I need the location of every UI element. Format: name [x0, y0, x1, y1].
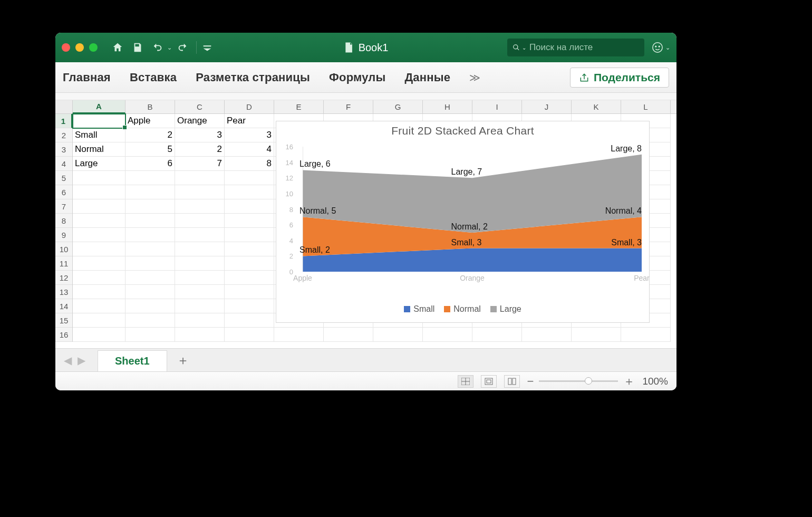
- zoom-slider[interactable]: − ＋: [527, 374, 635, 389]
- cell-A14[interactable]: [73, 299, 125, 313]
- zoom-in-button[interactable]: ＋: [623, 374, 635, 389]
- cell-A10[interactable]: [73, 242, 125, 256]
- cell-K16[interactable]: [572, 328, 621, 342]
- undo-dropdown-icon[interactable]: ⌄: [167, 44, 172, 51]
- search-input[interactable]: [529, 42, 639, 53]
- col-header-L[interactable]: L: [621, 100, 671, 113]
- row-header-1[interactable]: 1: [55, 114, 72, 128]
- cell-D6[interactable]: [225, 185, 274, 199]
- col-header-D[interactable]: D: [225, 100, 274, 113]
- cell-D10[interactable]: [225, 242, 274, 256]
- minimize-window-button[interactable]: [75, 43, 84, 52]
- tab-home[interactable]: Главная: [63, 71, 111, 84]
- share-button[interactable]: Поделиться: [570, 68, 669, 88]
- worksheet[interactable]: ABCDEFGHIJKL 12345678910111213141516 App…: [55, 100, 676, 348]
- close-window-button[interactable]: [62, 43, 70, 52]
- row-header-16[interactable]: 16: [55, 328, 72, 342]
- cell-B7[interactable]: [125, 199, 175, 214]
- cell-C2[interactable]: 3: [175, 128, 225, 142]
- cell-A9[interactable]: [73, 228, 125, 242]
- zoom-level[interactable]: 100%: [642, 376, 668, 387]
- row-header-10[interactable]: 10: [55, 242, 72, 256]
- cell-D8[interactable]: [225, 214, 274, 228]
- cell-A16[interactable]: [73, 328, 125, 342]
- tab-data[interactable]: Данные: [405, 71, 451, 84]
- cell-C16[interactable]: [175, 328, 225, 342]
- cell-D11[interactable]: [225, 256, 274, 271]
- cell-I16[interactable]: [472, 328, 522, 342]
- tab-page-layout[interactable]: Разметка страницы: [196, 71, 310, 84]
- row-header-6[interactable]: 6: [55, 185, 72, 199]
- cell-A3[interactable]: Normal: [73, 142, 125, 157]
- cell-C12[interactable]: [175, 271, 225, 285]
- cell-C5[interactable]: [175, 171, 225, 185]
- tab-insert[interactable]: Вставка: [130, 71, 177, 84]
- cell-B4[interactable]: 6: [125, 157, 175, 171]
- cell-A13[interactable]: [73, 285, 125, 299]
- cell-C4[interactable]: 7: [175, 157, 225, 171]
- cell-B12[interactable]: [125, 271, 175, 285]
- row-header-8[interactable]: 8: [55, 214, 72, 228]
- cell-D1[interactable]: Pear: [225, 114, 274, 128]
- embedded-chart[interactable]: Fruit 2D Stacked Area Chart 024681012141…: [276, 121, 650, 323]
- select-all-corner[interactable]: [55, 100, 73, 113]
- cell-E16[interactable]: [274, 328, 324, 342]
- customize-toolbar-icon[interactable]: [199, 39, 216, 56]
- more-tabs-button[interactable]: ≫: [469, 71, 480, 84]
- home-icon[interactable]: [109, 39, 126, 56]
- cell-C14[interactable]: [175, 299, 225, 313]
- cell-B5[interactable]: [125, 171, 175, 185]
- row-header-7[interactable]: 7: [55, 199, 72, 214]
- cell-B14[interactable]: [125, 299, 175, 313]
- row-header-12[interactable]: 12: [55, 271, 72, 285]
- cell-B16[interactable]: [125, 328, 175, 342]
- cell-A11[interactable]: [73, 256, 125, 271]
- cell-D16[interactable]: [225, 328, 274, 342]
- row-header-13[interactable]: 13: [55, 285, 72, 299]
- view-normal-button[interactable]: [458, 375, 473, 388]
- col-header-C[interactable]: C: [175, 100, 225, 113]
- row-header-2[interactable]: 2: [55, 128, 72, 142]
- row-header-14[interactable]: 14: [55, 299, 72, 313]
- cell-A6[interactable]: [73, 185, 125, 199]
- zoom-out-button[interactable]: −: [527, 375, 534, 388]
- cell-A2[interactable]: Small: [73, 128, 125, 142]
- cell-A8[interactable]: [73, 214, 125, 228]
- feedback-button[interactable]: ⌄: [652, 42, 670, 53]
- undo-icon[interactable]: [149, 39, 166, 56]
- cell-D5[interactable]: [225, 171, 274, 185]
- cell-C11[interactable]: [175, 256, 225, 271]
- cell-C8[interactable]: [175, 214, 225, 228]
- row-header-4[interactable]: 4: [55, 157, 72, 171]
- col-header-H[interactable]: H: [423, 100, 472, 113]
- tab-formulas[interactable]: Формулы: [329, 71, 385, 84]
- cell-F16[interactable]: [324, 328, 373, 342]
- cell-L16[interactable]: [621, 328, 671, 342]
- zoom-track[interactable]: [539, 380, 618, 382]
- cell-B15[interactable]: [125, 313, 175, 328]
- cell-B3[interactable]: 5: [125, 142, 175, 157]
- view-page-break-button[interactable]: [504, 375, 520, 388]
- cell-A7[interactable]: [73, 199, 125, 214]
- cell-C6[interactable]: [175, 185, 225, 199]
- cell-B1[interactable]: Apple: [125, 114, 175, 128]
- search-dropdown-icon[interactable]: ⌄: [522, 45, 526, 51]
- cell-D3[interactable]: 4: [225, 142, 274, 157]
- cell-C3[interactable]: 2: [175, 142, 225, 157]
- row-header-9[interactable]: 9: [55, 228, 72, 242]
- cell-C13[interactable]: [175, 285, 225, 299]
- cell-D9[interactable]: [225, 228, 274, 242]
- next-sheet-button[interactable]: ▶: [75, 354, 87, 367]
- cell-D4[interactable]: 8: [225, 157, 274, 171]
- save-icon[interactable]: [129, 39, 146, 56]
- cell-B11[interactable]: [125, 256, 175, 271]
- cell-A4[interactable]: Large: [73, 157, 125, 171]
- cell-D12[interactable]: [225, 271, 274, 285]
- search-box[interactable]: ⌄: [507, 39, 644, 56]
- maximize-window-button[interactable]: [89, 43, 98, 52]
- cell-B9[interactable]: [125, 228, 175, 242]
- col-header-E[interactable]: E: [274, 100, 324, 113]
- prev-sheet-button[interactable]: ◀: [62, 354, 73, 367]
- cell-B13[interactable]: [125, 285, 175, 299]
- cell-D7[interactable]: [225, 199, 274, 214]
